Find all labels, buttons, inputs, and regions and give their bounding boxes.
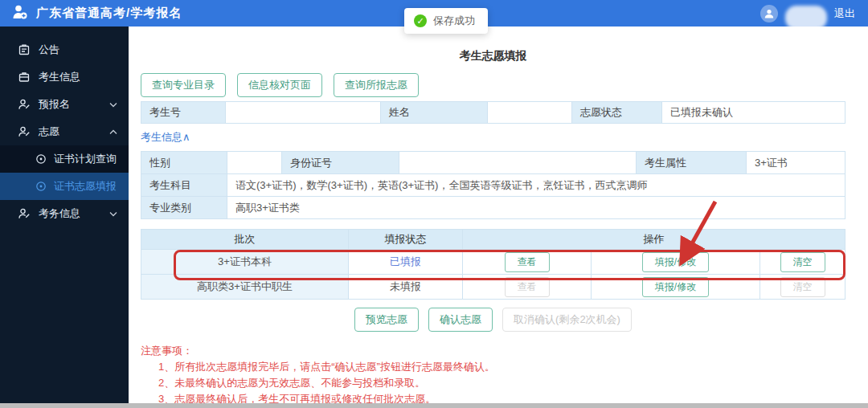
volunteer-actions: 预览志愿 确认志愿 取消确认(剩余2次机会) [141, 308, 845, 332]
collapse-caret-icon: ∧ [182, 131, 190, 143]
name-label: 姓名 [381, 102, 488, 123]
person-edit-icon [18, 125, 31, 138]
candidate-attribute-value: 3+证书 [747, 152, 845, 173]
confirm-volunteer-button[interactable]: 确认志愿 [428, 308, 493, 332]
volunteer-status-label: 志愿状态 [572, 102, 662, 123]
briefcase-icon [18, 71, 31, 84]
eye-icon [35, 153, 47, 165]
info-check-page-button[interactable]: 信息核对页面 [237, 73, 322, 97]
cancel-confirmation-button: 取消确认(剩余2次机会) [502, 308, 632, 332]
candidate-attribute-label: 考生属性 [637, 152, 747, 173]
sidebar-item-label: 志愿 [39, 124, 59, 139]
sidebar-item-label: 证书计划查询 [54, 152, 117, 166]
eye-icon [35, 181, 47, 192]
person-edit-icon [18, 98, 31, 111]
candidate-info-table: 性别 身份证号 考生属性 3+证书 考生科目 语文(3+证书)，数学(3+证书)… [141, 151, 845, 219]
gender-label: 性别 [141, 152, 227, 173]
sidebar-item-preregistration[interactable]: 预报名 [0, 91, 129, 118]
batch-row-undergraduate: 3+证书本科 已填报 查看 填报/修改 清空 [141, 250, 845, 275]
id-number-label: 身份证号 [282, 152, 399, 173]
toast-text: 保存成功 [433, 14, 475, 28]
note-item-1: 1、所有批次志愿填报完毕后，请点击“确认志愿”按钮进行志愿最终确认。 [141, 359, 845, 375]
name-value [488, 102, 572, 123]
candidate-info-collapse-link[interactable]: 考生信息∧ [141, 130, 190, 145]
sidebar-item-label: 考务信息 [39, 206, 80, 221]
batch-row-vocational: 高职类3+证书中职生 未填报 查看 填报/修改 清空 [141, 275, 845, 299]
sidebar-item-label: 证书志愿填报 [54, 179, 117, 194]
clear-button[interactable]: 清空 [780, 252, 825, 272]
user-avatar-icon[interactable] [760, 5, 778, 22]
sidebar-item-announcements[interactable]: 公告 [0, 36, 129, 63]
redacted-name [488, 104, 551, 121]
chevron-down-icon [109, 211, 117, 217]
fill-modify-button[interactable]: 填报/修改 [642, 277, 709, 297]
query-submitted-volunteer-button[interactable]: 查询所报志愿 [334, 73, 419, 97]
toolbar: 查询专业目录 信息核对页面 查询所报志愿 [141, 73, 845, 97]
notes-title: 注意事项： [141, 343, 845, 359]
redacted-candidate-no [226, 104, 334, 121]
chevron-down-icon [109, 102, 117, 108]
sidebar-item-candidate-info[interactable]: 考生信息 [0, 63, 129, 91]
category-label: 专业类别 [141, 197, 227, 218]
sidebar-item-label: 考生信息 [39, 70, 80, 84]
volunteer-submenu: 证书计划查询 证书志愿填报 [0, 145, 129, 200]
subjects-label: 考生科目 [141, 174, 227, 196]
batch-name: 高职类3+证书中职生 [141, 275, 349, 299]
candidate-summary-table: 考生号 姓名 志愿状态 已填报未确认 [141, 101, 845, 124]
status-column-header: 填报状态 [349, 230, 463, 249]
save-success-toast: ✓ 保存成功 [404, 8, 488, 34]
query-major-catalog-button[interactable]: 查询专业目录 [141, 73, 226, 97]
notes-section: 注意事项： 1、所有批次志愿填报完毕后，请点击“确认志愿”按钮进行志愿最终确认。… [141, 343, 845, 407]
sidebar-item-certificate-plan-query[interactable]: 证书计划查询 [0, 145, 129, 173]
view-button[interactable]: 查看 [505, 252, 550, 272]
redacted-id-number [399, 154, 556, 172]
batch-column-header: 批次 [141, 230, 349, 249]
bottom-border-strip [0, 403, 868, 408]
success-check-icon: ✓ [414, 14, 427, 27]
sidebar-item-certificate-volunteer-filling[interactable]: 证书志愿填报 [0, 173, 129, 200]
app-window: 广东省普通高考/学考报名 退出 ✓ 保存成功 [0, 0, 868, 408]
sidebar-item-exam-affairs[interactable]: 考务信息 [0, 200, 129, 227]
subjects-value: 语文(3+证书)，数学(3+证书)，英语(3+证书)，全国英语等级证书，烹饪证书… [227, 174, 845, 196]
candidate-no-label: 考生号 [141, 102, 226, 123]
page-title: 考生志愿填报 [141, 27, 845, 63]
fill-status: 未填报 [349, 275, 463, 299]
candidate-no-value [226, 102, 381, 123]
app-title: 广东省普通高考/学考报名 [36, 6, 182, 21]
operation-column-header: 操作 [463, 230, 845, 249]
preview-volunteer-button[interactable]: 预览志愿 [354, 308, 419, 332]
notice-board-icon [18, 43, 31, 56]
redacted-gender [229, 154, 261, 172]
sidebar: 公告 考生信息 预报名 [0, 27, 129, 408]
sidebar-item-label: 公告 [39, 43, 59, 57]
view-button-disabled: 查看 [505, 277, 550, 297]
category-value: 高职3+证书类 [227, 197, 845, 218]
fill-status: 已填报 [349, 250, 463, 274]
batch-table: 批次 填报状态 操作 3+证书本科 已填报 查看 填报/修改 清空 高职类3+证… [141, 229, 845, 300]
sidebar-item-volunteer[interactable]: 志愿 [0, 118, 129, 145]
gender-value [227, 152, 282, 173]
main-content: 考生志愿填报 查询专业目录 信息核对页面 查询所报志愿 考生号 姓名 志愿状态 … [129, 27, 868, 408]
fill-modify-button[interactable]: 填报/修改 [642, 252, 709, 272]
app-logo: 广东省普通高考/学考报名 [11, 3, 182, 24]
sidebar-item-label: 预报名 [39, 97, 70, 112]
clear-button-disabled: 清空 [780, 277, 825, 297]
redacted-username [785, 6, 827, 30]
logout-button[interactable]: 退出 [834, 6, 855, 21]
chevron-up-icon [109, 129, 117, 135]
volunteer-status-value: 已填报未确认 [662, 102, 845, 123]
note-item-2: 2、未最终确认的志愿为无效志愿、不能参与投档和录取。 [141, 375, 845, 391]
id-number-value [399, 152, 637, 173]
batch-name: 3+证书本科 [141, 250, 349, 274]
person-edit-icon [18, 207, 31, 220]
add-user-icon [11, 3, 29, 24]
collapse-link-label: 考生信息 [141, 131, 182, 143]
